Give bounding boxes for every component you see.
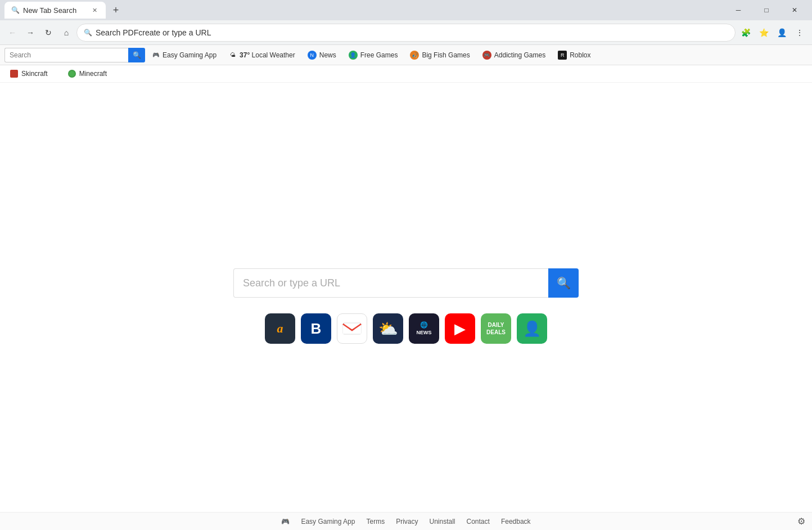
new-tab-button[interactable]: + bbox=[108, 2, 124, 18]
bookmark-label: Big Fish Games bbox=[422, 51, 470, 59]
quicklink-youtube[interactable]: ▶ bbox=[445, 313, 475, 344]
quicklink-gmail[interactable] bbox=[337, 313, 367, 344]
center-search-input[interactable] bbox=[233, 268, 548, 298]
search-icon: 🔍 bbox=[557, 276, 571, 290]
sidebar-bookmarks: Skincraft Minecraft bbox=[0, 65, 812, 83]
quicklink-weather[interactable]: ⛅ bbox=[373, 313, 403, 344]
minimize-button[interactable]: ─ bbox=[725, 2, 751, 19]
addicting-games-icon: 🎮 bbox=[482, 51, 491, 60]
sidebar-skincraft[interactable]: Skincraft bbox=[4, 68, 53, 80]
toolbar-right: 🧩 ⭐ 👤 ⋮ bbox=[738, 25, 808, 41]
minecraft-label: Minecraft bbox=[79, 70, 107, 78]
bookmark-label: Roblox bbox=[570, 51, 590, 59]
quicklink-green-app[interactable]: 👤 bbox=[517, 313, 547, 344]
minecraft-icon bbox=[68, 70, 76, 78]
close-button[interactable]: ✕ bbox=[782, 2, 808, 19]
tab-search-icon: 🔍 bbox=[11, 6, 20, 14]
refresh-button[interactable]: ↻ bbox=[40, 25, 56, 41]
roblox-icon: R bbox=[558, 51, 567, 60]
bookmark-easy-gaming[interactable]: 🎮 Easy Gaming App bbox=[146, 49, 222, 61]
titlebar-left: 🔍 New Tab Search ✕ + bbox=[4, 2, 124, 19]
quicklinks: a B ⛅ 🌐NEWS ▶ DAILYDEALS bbox=[265, 313, 547, 344]
menu-button[interactable]: ⋮ bbox=[792, 25, 808, 41]
bookmark-addicting-games[interactable]: 🎮 Addicting Games bbox=[477, 48, 551, 62]
main-content: 🔍 a B ⛅ 🌐NEWS ▶ bbox=[0, 83, 812, 529]
youtube-icon: ▶ bbox=[454, 320, 466, 338]
url-bar[interactable]: 🔍 Search PDFcreate or type a URL bbox=[76, 24, 736, 42]
back-button[interactable]: ← bbox=[4, 25, 20, 41]
bookmark-label: Addicting Games bbox=[494, 51, 545, 59]
deals-icon: DAILYDEALS bbox=[486, 321, 506, 336]
bookmark-roblox[interactable]: R Roblox bbox=[552, 48, 596, 62]
home-button[interactable]: ⌂ bbox=[58, 25, 74, 41]
easy-gaming-icon: 🎮 bbox=[152, 51, 160, 59]
footer-privacy[interactable]: Privacy bbox=[396, 518, 418, 525]
search-icon: 🔍 bbox=[133, 51, 141, 59]
green-app-icon: 👤 bbox=[523, 320, 541, 338]
free-games-icon: 👤 bbox=[349, 51, 358, 60]
active-tab[interactable]: 🔍 New Tab Search ✕ bbox=[4, 2, 106, 19]
big-fish-icon: 🎣 bbox=[410, 51, 419, 60]
top-search-input[interactable] bbox=[4, 48, 128, 62]
news-icon: 🌐NEWS bbox=[417, 321, 432, 336]
search-icon: 🔍 bbox=[84, 29, 92, 37]
quicklink-booking[interactable]: B bbox=[301, 313, 331, 344]
footer-uninstall[interactable]: Uninstall bbox=[429, 518, 455, 525]
sidebar-minecraft[interactable]: Minecraft bbox=[62, 68, 112, 80]
weather-icon: 🌤 bbox=[229, 51, 237, 59]
forward-button[interactable]: → bbox=[22, 25, 38, 41]
skincraft-icon bbox=[10, 70, 18, 78]
bookmark-news[interactable]: N News bbox=[302, 48, 342, 62]
extensions-button[interactable]: 🧩 bbox=[738, 25, 754, 41]
quicklink-daily-deals[interactable]: DAILYDEALS bbox=[481, 313, 511, 344]
bookmark-button[interactable]: ⭐ bbox=[756, 25, 772, 41]
footer-terms[interactable]: Terms bbox=[366, 518, 385, 525]
bookmarks-bar: 🔍 🎮 Easy Gaming App 🌤 37° Local Weather … bbox=[0, 45, 812, 65]
footer-feedback[interactable]: Feedback bbox=[501, 518, 531, 525]
footer-easy-gaming-icon: 🎮 bbox=[281, 518, 290, 525]
skincraft-label: Skincraft bbox=[21, 70, 48, 78]
tab-close-button[interactable]: ✕ bbox=[90, 6, 99, 15]
quicklink-amazon[interactable]: a bbox=[265, 313, 295, 344]
center-search-button[interactable]: 🔍 bbox=[548, 268, 579, 298]
quicklink-news[interactable]: 🌐NEWS bbox=[409, 313, 439, 344]
top-search-form: 🔍 bbox=[4, 48, 145, 62]
news-icon: N bbox=[308, 51, 317, 60]
bookmark-label: Easy Gaming App bbox=[163, 51, 216, 59]
window-controls: ─ □ ✕ bbox=[725, 2, 808, 19]
center-search: 🔍 bbox=[233, 268, 579, 298]
gmail-icon bbox=[342, 321, 362, 336]
footer: 🎮 Easy Gaming App Terms Privacy Uninstal… bbox=[0, 512, 812, 530]
footer-easy-gaming[interactable]: Easy Gaming App bbox=[301, 518, 355, 525]
bookmark-big-fish[interactable]: 🎣 Big Fish Games bbox=[404, 48, 475, 62]
settings-icon[interactable]: ⚙ bbox=[797, 516, 805, 527]
bookmark-label: News bbox=[319, 51, 336, 59]
account-button[interactable]: 👤 bbox=[774, 25, 790, 41]
bookmark-label: Free Games bbox=[360, 51, 398, 59]
booking-icon: B bbox=[311, 320, 322, 338]
address-bar: ← → ↻ ⌂ 🔍 Search PDFcreate or type a URL… bbox=[0, 20, 812, 45]
footer-contact[interactable]: Contact bbox=[467, 518, 490, 525]
amazon-icon: a bbox=[277, 321, 283, 336]
bookmark-weather[interactable]: 🌤 37° Local Weather bbox=[223, 49, 301, 61]
titlebar: 🔍 New Tab Search ✕ + ─ □ ✕ bbox=[0, 0, 812, 20]
bookmark-label: 37° Local Weather bbox=[240, 51, 295, 59]
maximize-button[interactable]: □ bbox=[754, 2, 779, 19]
url-text: Search PDFcreate or type a URL bbox=[96, 28, 211, 37]
weather-icon: ⛅ bbox=[378, 320, 398, 338]
top-search-button[interactable]: 🔍 bbox=[128, 48, 145, 62]
tab-title: New Tab Search bbox=[23, 6, 76, 15]
bookmark-free-games[interactable]: 👤 Free Games bbox=[343, 48, 404, 62]
